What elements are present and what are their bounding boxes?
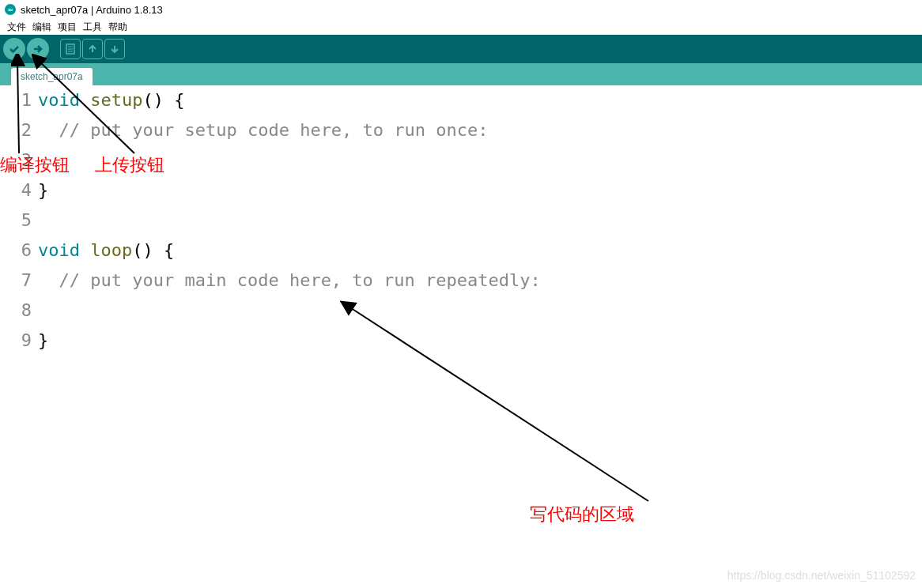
open-button[interactable] xyxy=(82,39,103,59)
code-line[interactable]: void loop() { xyxy=(38,236,922,266)
code-line[interactable]: // put your setup code here, to run once… xyxy=(38,115,922,145)
upload-button[interactable] xyxy=(27,38,49,60)
code-line[interactable]: } xyxy=(38,326,922,356)
code-line[interactable] xyxy=(38,296,922,326)
line-gutter: 123456789 xyxy=(0,85,38,356)
titlebar: ∞ sketch_apr07a | Arduino 1.8.13 xyxy=(0,0,922,19)
line-number: 2 xyxy=(0,115,32,145)
annotation-upload: 上传按钮 xyxy=(95,153,164,177)
code-content[interactable]: void setup() { // put your setup code he… xyxy=(38,85,922,356)
code-line[interactable] xyxy=(38,145,922,175)
line-number: 6 xyxy=(0,236,32,266)
code-line[interactable]: void setup() { xyxy=(38,85,922,115)
arrow-right-icon xyxy=(32,43,44,55)
save-button[interactable] xyxy=(104,39,125,59)
toolbar xyxy=(0,35,922,63)
line-number: 5 xyxy=(0,205,32,236)
menu-file[interactable]: 文件 xyxy=(5,20,28,35)
line-number: 8 xyxy=(0,296,32,326)
menu-tools[interactable]: 工具 xyxy=(81,20,104,35)
tab-sketch[interactable]: sketch_apr07a xyxy=(11,68,93,85)
window-title: sketch_apr07a | Arduino 1.8.13 xyxy=(21,4,163,16)
code-line[interactable]: // put your main code here, to run repea… xyxy=(38,266,922,296)
tabbar: sketch_apr07a xyxy=(0,63,922,85)
line-number: 7 xyxy=(0,266,32,296)
annotation-compile: 编译按钮 xyxy=(0,153,70,177)
code-line[interactable]: } xyxy=(38,175,922,205)
verify-button[interactable] xyxy=(3,38,25,60)
code-line[interactable] xyxy=(38,205,922,236)
menu-help[interactable]: 帮助 xyxy=(106,20,130,35)
watermark: https://blog.csdn.net/weixin_51102592 xyxy=(727,569,916,582)
line-number: 4 xyxy=(0,175,32,205)
check-icon xyxy=(8,43,21,55)
menu-edit[interactable]: 编辑 xyxy=(30,20,54,35)
menubar: 文件 编辑 项目 工具 帮助 xyxy=(0,19,922,35)
code-editor[interactable]: 123456789 void setup() { // put your set… xyxy=(0,85,922,356)
annotation-codearea: 写代码的区域 xyxy=(530,503,634,526)
arrow-up-icon xyxy=(87,43,98,55)
arduino-logo-icon: ∞ xyxy=(5,4,16,15)
file-icon xyxy=(65,43,76,55)
new-button[interactable] xyxy=(60,39,81,59)
menu-sketch[interactable]: 项目 xyxy=(55,20,79,35)
line-number: 1 xyxy=(0,85,32,115)
arrow-down-icon xyxy=(109,43,120,55)
line-number: 9 xyxy=(0,326,32,356)
